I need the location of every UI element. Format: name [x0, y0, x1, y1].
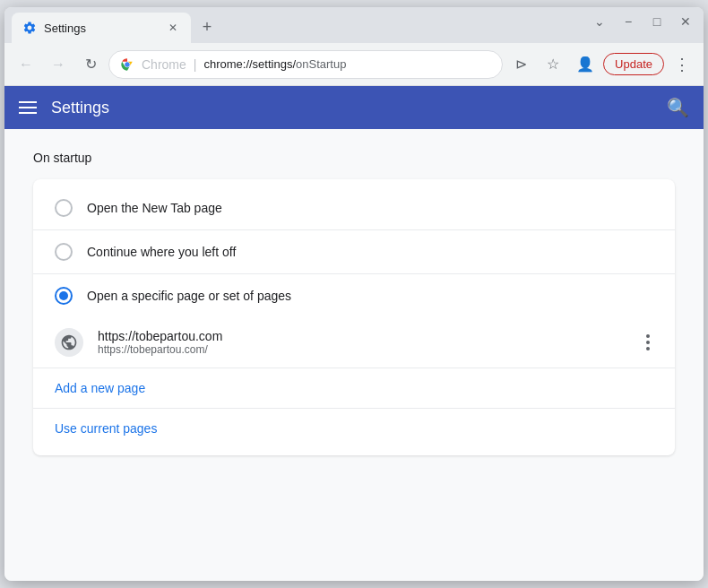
- url-entry: https://tobepartou.com https://tobeparto…: [33, 317, 675, 368]
- cast-button[interactable]: ⊳: [506, 50, 535, 79]
- more-button[interactable]: ⋮: [668, 50, 696, 79]
- hamburger-menu-button[interactable]: [19, 101, 37, 114]
- settings-search-button[interactable]: 🔍: [667, 97, 689, 118]
- tab-favicon: [22, 21, 37, 35]
- active-tab[interactable]: Settings ✕: [12, 13, 191, 43]
- tab-title: Settings: [44, 22, 159, 35]
- url-main-text: https://tobepartou.com: [98, 329, 628, 343]
- use-current-pages-link[interactable]: Use current pages: [33, 409, 675, 448]
- browser-window: Settings ✕ + ⌄ − □ ✕ ← → ↻: [4, 7, 704, 581]
- title-bar: Settings ✕ + ⌄ − □ ✕: [4, 7, 704, 43]
- address-pipe: |: [194, 57, 197, 72]
- option-specific-page[interactable]: Open a specific page or set of pages: [33, 274, 675, 317]
- url-entry-more-button[interactable]: [643, 331, 653, 354]
- radio-continue[interactable]: [55, 243, 73, 261]
- radio-new-tab[interactable]: [55, 199, 73, 217]
- new-tab-button[interactable]: +: [194, 14, 220, 39]
- section-title: On startup: [33, 151, 675, 165]
- browser-toolbar: ← → ↻ Chrome | chrome://settings/onStart…: [4, 43, 704, 86]
- update-button[interactable]: Update: [603, 53, 664, 75]
- profile-button[interactable]: 👤: [571, 50, 600, 79]
- tab-close-button[interactable]: ✕: [166, 21, 180, 35]
- settings-page-title: Settings: [51, 99, 109, 117]
- radio-specific-page[interactable]: [55, 287, 73, 305]
- bookmark-button[interactable]: ☆: [539, 50, 567, 79]
- settings-header: Settings 🔍: [4, 86, 704, 129]
- address-bar[interactable]: Chrome | chrome://settings/onStartup: [108, 50, 503, 79]
- minimize-button[interactable]: −: [621, 14, 635, 29]
- window-controls: ⌄ − □ ✕: [592, 14, 693, 29]
- chrome-logo-icon: [120, 57, 134, 72]
- forward-button[interactable]: →: [44, 50, 73, 79]
- chevron-down-icon[interactable]: ⌄: [592, 14, 607, 29]
- url-info: https://tobepartou.com https://tobeparto…: [98, 329, 628, 356]
- settings-nav-left: Settings: [19, 99, 109, 117]
- option-continue[interactable]: Continue where you left off: [33, 230, 675, 273]
- maximize-button[interactable]: □: [650, 14, 664, 29]
- startup-options-card: Open the New Tab page Continue where you…: [33, 179, 675, 455]
- url-sub-text: https://tobepartou.com/: [98, 343, 628, 356]
- settings-content: On startup Open the New Tab page Continu…: [4, 129, 704, 581]
- address-text: chrome://settings/onStartup: [203, 57, 491, 71]
- svg-point-1: [125, 62, 130, 66]
- add-new-page-link[interactable]: Add a new page: [33, 368, 675, 408]
- back-button[interactable]: ←: [12, 50, 40, 79]
- address-separator: Chrome: [142, 57, 186, 72]
- option-new-tab-label: Open the New Tab page: [87, 201, 222, 215]
- reload-button[interactable]: ↻: [76, 50, 105, 79]
- toolbar-actions: ⊳ ☆ 👤 Update ⋮: [506, 50, 696, 79]
- option-specific-page-label: Open a specific page or set of pages: [87, 289, 291, 303]
- site-favicon-icon: [55, 328, 83, 357]
- close-button[interactable]: ✕: [678, 14, 693, 29]
- option-new-tab[interactable]: Open the New Tab page: [33, 186, 675, 229]
- option-continue-label: Continue where you left off: [87, 245, 236, 259]
